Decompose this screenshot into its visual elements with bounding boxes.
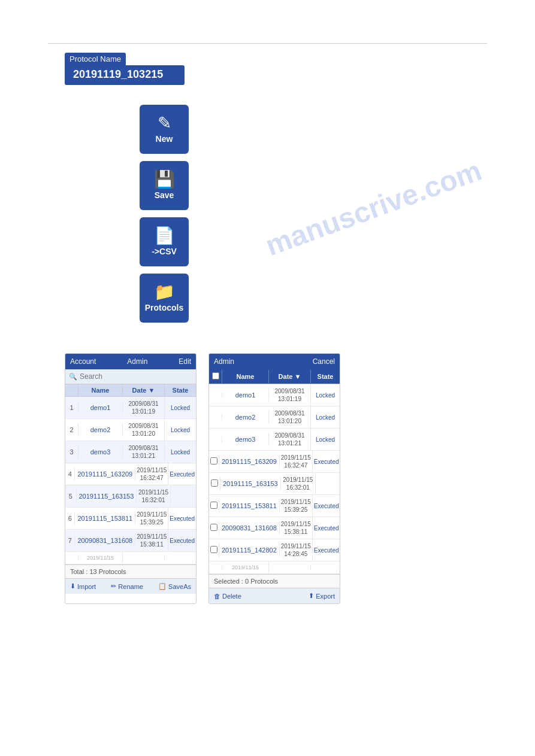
row-name: demo1 [222, 388, 269, 402]
rename-button[interactable]: ✏ Rename [108, 581, 146, 591]
row-checkbox[interactable] [209, 454, 219, 469]
left-table: Account Admin Edit 🔍 Name Date ▼ State 1… [65, 353, 197, 604]
right-col-date-header[interactable]: Date ▼ [269, 370, 311, 383]
row-date: 2009/08/3113:01:20 [269, 406, 311, 428]
search-icon: 🔍 [69, 373, 77, 381]
export-button[interactable]: ⬆ Export [306, 591, 337, 601]
protocol-name-section: Protocol Name 20191119_103215 [65, 53, 185, 85]
left-table-header: Account Admin Edit [65, 354, 196, 369]
right-col-name-header: Name [222, 370, 269, 383]
table-row[interactable]: demo2 2009/08/3113:01:20 Locked [209, 406, 340, 429]
row-num: 3 [65, 445, 78, 459]
row-date: 2019/11/1516:32:01 [137, 485, 171, 507]
table-row[interactable]: 20191115_163209 2019/11/1516:32:47 Execu… [209, 451, 340, 473]
row-checkbox[interactable] [209, 543, 219, 557]
delete-label: Delete [222, 593, 241, 600]
row-name: demo1 [78, 401, 123, 414]
import-button[interactable]: ⬇ Import [68, 581, 98, 591]
table-row[interactable]: 20191115_163153 2019/11/1516:32:01 [209, 473, 340, 495]
row-checkbox-input[interactable] [210, 457, 217, 464]
row-name: 20191115_142802 [219, 544, 280, 557]
table-row[interactable]: demo3 2009/08/3113:01:21 Locked [209, 429, 340, 451]
row-checkbox[interactable] [209, 414, 222, 420]
saveas-button[interactable]: 📋 SaveAs [156, 581, 194, 591]
row-num [65, 555, 78, 561]
rename-icon: ✏ [111, 582, 116, 590]
row-name: 20191115_163153 [77, 490, 137, 503]
row-date: 2019/11/1515:38:11 [280, 517, 313, 539]
row-state [165, 555, 196, 561]
row-num: 1 [65, 401, 78, 414]
row-num: 2 [65, 423, 78, 436]
col-name-header: Name [78, 384, 123, 396]
table-row[interactable]: 6 20191115_153811 2019/11/1515:39:25 Exe… [65, 508, 196, 530]
right-col-check-header[interactable] [209, 369, 222, 384]
search-bar[interactable]: 🔍 [65, 369, 196, 384]
col-num-header [65, 384, 78, 396]
row-date: 2019/11/1515:39:25 [280, 495, 313, 517]
row-checkbox [209, 564, 222, 570]
table-row[interactable]: 20191115_142802 2019/11/1514:28:45 Execu… [209, 539, 340, 561]
row-state: Executed [168, 512, 196, 525]
row-state: Locked [165, 424, 196, 436]
row-checkbox[interactable] [209, 436, 222, 442]
table-row[interactable]: 3 demo3 2009/08/3113:01:21 Locked [65, 441, 196, 463]
saveas-icon: 📋 [158, 582, 167, 590]
edit-label: Edit [179, 357, 191, 366]
row-checkbox-input[interactable] [211, 479, 218, 487]
rename-label: Rename [118, 583, 143, 590]
row-date: 2009/08/3113:01:21 [269, 429, 311, 450]
row-name: 20090831_131608 [75, 534, 135, 547]
search-input[interactable] [80, 372, 192, 381]
row-date: 2009/08/3113:01:20 [123, 419, 165, 441]
row-checkbox[interactable] [209, 392, 222, 398]
row-name: 20191115_163209 [75, 467, 135, 481]
row-checkbox[interactable] [209, 521, 219, 535]
table-row[interactable]: demo1 2009/08/3113:01:19 Locked [209, 384, 340, 406]
row-date [269, 564, 311, 570]
top-divider [48, 43, 487, 44]
right-col-headers: Name Date ▼ State [209, 369, 340, 384]
select-all-checkbox[interactable] [212, 372, 219, 379]
save-button[interactable]: 💾 Save [140, 161, 189, 210]
row-state: Executed [313, 500, 340, 512]
row-checkbox-input[interactable] [210, 524, 217, 531]
protocols-label: Protocols [145, 303, 184, 312]
page-container: Protocol Name 20191119_103215 ✎ New 💾 Sa… [0, 0, 535, 756]
table-row[interactable]: 5 20191115_163153 2019/11/1516:32:01 [65, 485, 196, 508]
table-row[interactable]: 4 20191115_163209 2019/11/1516:32:47 Exe… [65, 463, 196, 485]
row-name: demo2 [78, 423, 123, 436]
protocols-button[interactable]: 📁 Protocols [140, 274, 189, 323]
row-state: Executed [313, 544, 340, 557]
delete-button[interactable]: 🗑 Delete [211, 591, 244, 601]
right-table-actions: 🗑 Delete ⬆ Export [209, 588, 340, 603]
row-date: 2009/08/3113:01:19 [269, 384, 311, 406]
row-checkbox-input[interactable] [210, 502, 217, 509]
right-table-header: Admin Cancel [209, 354, 340, 369]
export-icon: ⬆ [309, 592, 314, 600]
row-state: Locked [165, 402, 196, 414]
row-state [316, 481, 340, 487]
table-row[interactable]: 7 20090831_131608 2019/11/1515:38:11 Exe… [65, 530, 196, 552]
row-state: Locked [311, 411, 340, 424]
new-button[interactable]: ✎ New [140, 105, 189, 154]
row-name: 20090831_131608 [219, 521, 280, 535]
left-table-footer: Total : 13 Protocols [65, 564, 196, 578]
row-date: 2019/11/1516:32:01 [281, 473, 316, 494]
row-name: 2019/11/15 [222, 561, 269, 573]
protocol-name-label: Protocol Name [65, 53, 126, 65]
table-row[interactable]: 20090831_131608 2019/11/1515:38:11 Execu… [209, 517, 340, 539]
table-row[interactable]: 20191115_153811 2019/11/1515:39:25 Execu… [209, 495, 340, 517]
right-col-state-header: State [311, 370, 340, 383]
right-table-footer: Selected : 0 Protocols [209, 574, 340, 588]
save-icon: 💾 [154, 171, 175, 188]
admin-label-left: Admin [127, 357, 147, 366]
table-row[interactable]: 1 demo1 2009/08/3113:01:19 Locked [65, 397, 196, 419]
cancel-label[interactable]: Cancel [313, 357, 335, 366]
col-date-header[interactable]: Date ▼ [123, 384, 165, 396]
csv-button[interactable]: 📄 ->CSV [140, 217, 189, 266]
row-checkbox[interactable] [209, 499, 219, 513]
row-checkbox-input[interactable] [210, 546, 217, 553]
table-row[interactable]: 2 demo2 2009/08/3113:01:20 Locked [65, 419, 196, 441]
row-checkbox[interactable] [209, 476, 220, 491]
